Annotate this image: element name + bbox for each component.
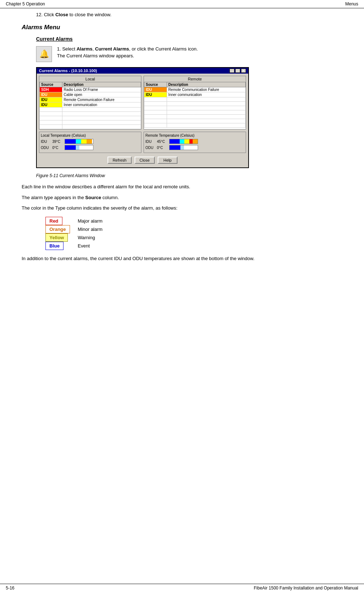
severity-color-yellow: Yellow xyxy=(43,233,76,242)
remote-alarm-empty-row xyxy=(144,119,246,123)
figure-caption: Figure 5-11 Current Alarms Window xyxy=(36,173,342,178)
alarm-panels: Local Source Description SDH Radio Loss … xyxy=(39,76,246,130)
temp-bar-orange-seg xyxy=(193,139,198,144)
step-1-content: 1. Select Alarms, Current Alarms, or cli… xyxy=(57,46,342,60)
remote-temp-panel: Remote Temperature (Celsius) IDU 45°C xyxy=(144,132,246,153)
remote-alarm-empty-row xyxy=(144,102,246,106)
temp-bar-blue-seg xyxy=(170,145,180,150)
step12-text: 12. Click xyxy=(36,12,55,17)
window-titlebar: Current Alarms - (10.10.10.100) _ □ × xyxy=(37,68,248,74)
remote-idu-label: IDU xyxy=(145,140,155,144)
help-button[interactable]: Help xyxy=(158,157,177,164)
severity-color-red: Red xyxy=(43,217,76,225)
yellow-color-label: Yellow xyxy=(45,233,68,242)
remote-desc-2: Inner communication xyxy=(167,92,245,97)
local-source-2: IDU xyxy=(40,92,62,97)
local-odu-label: ODU xyxy=(41,146,51,150)
remote-idu-bar xyxy=(169,139,198,144)
local-alarm-empty-row xyxy=(40,108,141,112)
local-alarm-row: SDH Radio Loss Of Frame xyxy=(40,87,141,92)
local-odu-bar xyxy=(65,145,93,150)
window-body: Local Source Description SDH Radio Loss … xyxy=(37,74,248,167)
red-color-label: Red xyxy=(45,217,62,225)
temp-bar-red-seg xyxy=(189,139,193,144)
main-content: 12. Click Close to close the window. Ala… xyxy=(0,8,364,287)
remote-odu-temp-row: ODU 0°C xyxy=(145,145,244,150)
local-source-header: Source xyxy=(40,82,62,87)
local-alarm-row: IDU Inner communication xyxy=(40,102,141,108)
alarm-bell-icon: 🔔 xyxy=(36,46,52,62)
local-alarm-row: IDU Cable open xyxy=(40,92,141,97)
remote-odu-value: 0°C xyxy=(157,146,168,150)
window-buttons: Refresh Close Help xyxy=(39,155,246,165)
page-footer: 5-16 FibeAir 1500 Family Installation an… xyxy=(0,584,364,592)
severity-row-red: Red Major alarm xyxy=(43,217,108,225)
remote-idu-value: 45°C xyxy=(157,140,168,144)
severity-color-orange: Orange xyxy=(43,225,76,233)
temp-bar-orange-seg xyxy=(87,139,92,144)
local-label: Local xyxy=(39,76,141,82)
chapter-label: Chapter 5 Operation xyxy=(6,1,45,6)
local-source-1: SDH xyxy=(40,87,62,92)
temp-bar-yellow-seg xyxy=(81,139,87,144)
close-window-button[interactable]: × xyxy=(241,69,246,73)
orange-color-label: Orange xyxy=(45,225,70,233)
remote-source-2: IDU xyxy=(144,92,167,97)
section-label: Menus xyxy=(345,1,358,6)
remote-alarm-empty-row xyxy=(144,106,246,110)
remote-odu-label: ODU xyxy=(145,146,155,150)
remote-label: Remote xyxy=(144,76,246,82)
remote-idu-temp-row: IDU 45°C xyxy=(145,139,244,144)
page-number: 5-16 xyxy=(6,586,14,591)
severity-meaning-red: Major alarm xyxy=(76,217,109,225)
local-odu-temp-row: ODU 0°C xyxy=(41,145,140,150)
remote-alarm-empty-row xyxy=(144,97,246,102)
refresh-button[interactable]: Refresh xyxy=(108,157,132,164)
severity-row-orange: Orange Minor alarm xyxy=(43,225,108,233)
local-desc-1: Radio Loss Of Frame xyxy=(62,87,141,92)
local-odu-value: 0°C xyxy=(52,146,63,150)
local-desc-3: Remote Communication Failure xyxy=(62,97,141,102)
blue-color-label: Blue xyxy=(45,242,63,250)
local-alarm-table: Source Description SDH Radio Loss Of Fra… xyxy=(39,82,141,129)
window-title: Current Alarms - (10.10.10.100) xyxy=(39,69,97,73)
remote-alarm-empty-row xyxy=(144,115,246,119)
temp-panels: Local Temperature (Celsius) IDU 39°C ODU xyxy=(39,132,246,153)
severity-row-blue: Blue Event xyxy=(43,242,108,250)
remote-source-1: IDU xyxy=(144,87,167,92)
local-source-4: IDU xyxy=(40,102,62,108)
local-desc-header: Description xyxy=(62,82,141,87)
local-alarm-empty-row xyxy=(40,112,141,116)
local-idu-value: 39°C xyxy=(52,140,63,144)
step12-rest: to close the window. xyxy=(68,12,111,17)
severity-color-blue: Blue xyxy=(43,242,76,250)
remote-temp-title: Remote Temperature (Celsius) xyxy=(145,133,244,137)
severity-meaning-blue: Event xyxy=(76,242,109,250)
remote-alarm-panel: Remote Source Description IDU Remote Com… xyxy=(144,76,246,130)
local-temp-panel: Local Temperature (Celsius) IDU 39°C ODU xyxy=(39,132,141,153)
remote-alarm-empty-row xyxy=(144,123,246,128)
local-alarm-row: IDU Remote Communication Failure xyxy=(40,97,141,102)
current-alarms-window: Current Alarms - (10.10.10.100) _ □ × Lo… xyxy=(36,67,249,168)
local-idu-bar xyxy=(65,139,93,144)
current-alarms-heading: Current Alarms xyxy=(36,36,342,42)
severity-meaning-yellow: Warning xyxy=(76,233,109,242)
step-1-container: 🔔 1. Select Alarms, Current Alarms, or c… xyxy=(36,46,342,62)
severity-meaning-orange: Minor alarm xyxy=(76,225,109,233)
step-1-text: 1. Select Alarms, Current Alarms, or cli… xyxy=(57,46,342,52)
temp-bar-light-seg xyxy=(180,145,184,150)
remote-alarm-row: IDU Inner communication xyxy=(144,92,246,97)
maximize-button[interactable]: □ xyxy=(235,69,240,73)
temp-bar-yellow-seg xyxy=(184,139,189,144)
minimize-button[interactable]: _ xyxy=(229,69,234,73)
closing-para: In addition to the current alarms, the c… xyxy=(22,255,342,262)
alarms-menu-heading: Alarms Menu xyxy=(22,24,342,31)
temp-bar-blue-seg xyxy=(65,145,76,150)
severity-table: Red Major alarm Orange Minor alarm Yello… xyxy=(43,217,108,250)
local-alarm-empty-row xyxy=(40,116,141,120)
remote-desc-header: Description xyxy=(167,82,245,87)
step-1-subtext: The Current Alarms window appears. xyxy=(57,53,342,58)
close-button[interactable]: Close xyxy=(135,157,155,164)
local-idu-temp-row: IDU 39°C xyxy=(41,139,140,144)
severity-row-yellow: Yellow Warning xyxy=(43,233,108,242)
